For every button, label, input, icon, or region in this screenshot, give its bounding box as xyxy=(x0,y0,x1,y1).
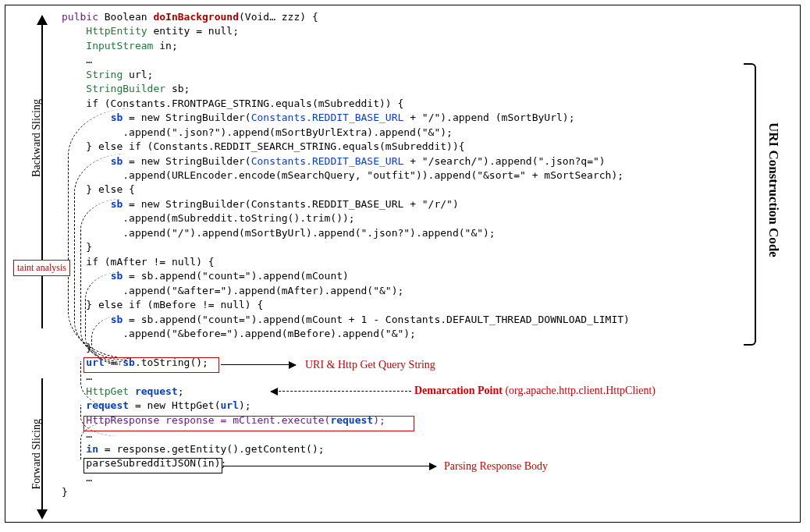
uri-construction-label: URI Construction Code xyxy=(764,122,783,257)
code-line: } xyxy=(62,240,741,254)
label-demarcation: Demarcation Point (org.apache.http.clien… xyxy=(414,383,655,399)
code-line: … xyxy=(62,53,741,67)
code-line: .append("&after=").append(mAfter).append… xyxy=(62,284,741,298)
code-line: .append("/").append(mSortByUrl).append("… xyxy=(62,226,741,240)
code-line: sb = new StringBuilder(Constants.REDDIT_… xyxy=(62,154,741,168)
code-line: } else if (mBefore != null) { xyxy=(62,298,741,312)
code-line: in = response.getEntity().getContent(); xyxy=(62,442,741,456)
code-line: } else if (Constants.REDDIT_SEARCH_STRIN… xyxy=(62,140,741,154)
code-line: .append(".json?").append(mSortByUrlExtra… xyxy=(62,126,741,140)
code-line: pulbic Boolean doInBackground(Void… zzz)… xyxy=(62,10,741,24)
code-line: .append(mSubreddit.toString().trim()); xyxy=(62,211,741,225)
arrow-demarcation xyxy=(271,391,411,392)
code-line: StringBuilder sb; xyxy=(62,82,741,96)
forward-slicing-label: Forward Slicing xyxy=(29,419,44,490)
code-line: HttpEntity entity = null; xyxy=(62,24,741,38)
code-line: if (Constants.FRONTPAGE_STRING.equals(mS… xyxy=(62,97,741,111)
code-line: sb = sb.append("count=").append(mCount +… xyxy=(62,313,741,327)
code-line: } xyxy=(62,341,741,355)
code-line: sb = new StringBuilder(Constants.REDDIT_… xyxy=(62,111,741,125)
arrow-parsing xyxy=(224,466,436,466)
taint-analysis-tag: taint analysis xyxy=(13,260,70,276)
code-line: sb = sb.append("count=").append(mCount) xyxy=(62,269,741,283)
code-line: request = new HttpGet(url); xyxy=(62,399,741,413)
code-line: sb = new StringBuilder(Constants.REDDIT_… xyxy=(62,197,741,211)
httpresponse-box xyxy=(83,416,414,431)
right-bracket xyxy=(744,63,756,346)
label-uri-query: URI & Http Get Query String xyxy=(305,357,435,373)
code-line: if (mAfter != null) { xyxy=(62,255,741,269)
arrow-uri-query xyxy=(221,364,296,365)
backward-slicing-arrowhead xyxy=(37,15,48,25)
parse-call-box xyxy=(83,458,222,473)
code-line: } else { xyxy=(62,183,741,197)
code-line: .append("&before=").append(mBefore).appe… xyxy=(62,327,741,341)
backward-slicing-label: Backward Slicing xyxy=(29,99,44,177)
label-parsing: Parsing Response Body xyxy=(444,459,548,474)
code-line: String url; xyxy=(62,68,741,82)
code-line: .append(URLEncoder.encode(mSearchQuery, … xyxy=(62,168,741,183)
forward-slicing-arrowhead xyxy=(37,509,48,520)
code-line: } xyxy=(62,485,741,499)
diagram-frame: Backward Slicing Forward Slicing URI Con… xyxy=(5,5,801,523)
code-line: InputStream in; xyxy=(62,39,741,53)
